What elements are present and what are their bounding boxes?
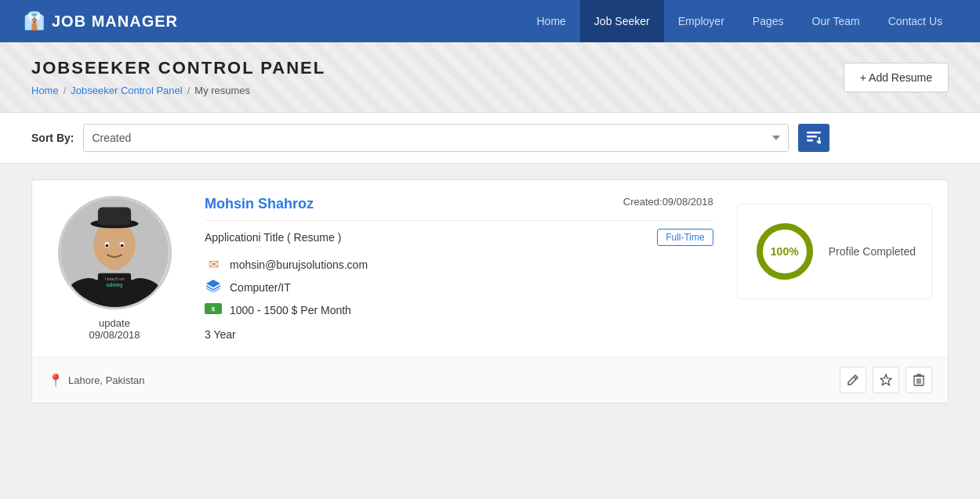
avatar-svg: I teach on udemy [60, 198, 169, 307]
breadcrumb-panel[interactable]: Jobseeker Control Panel [71, 85, 182, 96]
nav-links: Home Job Seeker Employer Pages Our Team … [523, 0, 957, 42]
breadcrumb-home[interactable]: Home [31, 85, 59, 96]
svg-text:I teach on: I teach on [104, 277, 124, 281]
category-row: Computer/IT [205, 280, 713, 295]
sort-select[interactable]: CreatedNameDateStatus [83, 124, 789, 152]
resume-card: I teach on udemy update 09/08/2018 [31, 179, 949, 403]
avatar-update-label: update [99, 317, 130, 329]
svg-text:udemy: udemy [106, 282, 123, 288]
resume-title-row: Applicationi Title ( Resume ) Full-Time [205, 220, 713, 246]
resume-created: Created:09/08/2018 [623, 196, 713, 208]
page-title: JOBSEEKER CONTROL PANEL [31, 58, 325, 78]
edit-icon [847, 374, 859, 386]
resume-name: Mohsin Shahroz [205, 196, 314, 212]
experience-row: 3 Year [205, 328, 713, 341]
resume-badge: Full-Time [657, 229, 713, 246]
breadcrumb-sep-1: / [64, 85, 67, 96]
sort-order-button[interactable] [798, 124, 829, 152]
progress-text: 100% [771, 245, 799, 258]
sort-icon [807, 132, 821, 144]
progress-circle: 100% [753, 220, 816, 283]
svg-rect-2 [807, 139, 813, 142]
avatar: I teach on udemy [58, 196, 172, 309]
nav-ourteam[interactable]: Our Team [798, 0, 874, 42]
resume-name-row: Mohsin Shahroz Created:09/08/2018 [205, 196, 713, 212]
star-button[interactable] [873, 367, 899, 393]
trash-icon [913, 374, 924, 386]
navbar: 👔 JOB MANAGER Home Job Seeker Employer P… [0, 0, 980, 42]
svg-rect-0 [807, 132, 821, 134]
sort-bar: Sort By: CreatedNameDateStatus [0, 113, 980, 164]
page-header: JOBSEEKER CONTROL PANEL Home / Jobseeker… [0, 42, 980, 113]
footer-location: 📍 Lahore, Pakistan [48, 373, 145, 388]
resume-card-footer: 📍 Lahore, Pakistan [32, 356, 948, 403]
resume-details: ✉ mohsin@burujsolutions.com Computer/IT [205, 257, 713, 341]
resume-title: Applicationi Title ( Resume ) [205, 231, 341, 244]
resume-salary: 1000 - 1500 $ Per Month [230, 304, 351, 316]
sort-label: Sort By: [31, 132, 74, 144]
svg-rect-10 [97, 208, 130, 226]
salary-row: $ 1000 - 1500 $ Per Month [205, 303, 713, 317]
location-pin-icon: 📍 [48, 373, 64, 388]
nav-jobseeker[interactable]: Job Seeker [580, 0, 664, 42]
profile-completed-label: Profile Completed [829, 245, 916, 258]
resume-experience: 3 Year [205, 328, 236, 341]
breadcrumb-current: My resumes [194, 85, 250, 96]
breadcrumb-sep-2: / [187, 85, 191, 96]
nav-contactus[interactable]: Contact Us [874, 0, 956, 42]
footer-actions [840, 367, 932, 393]
avatar-section: I teach on udemy update 09/08/2018 [48, 196, 181, 341]
money-icon: $ [205, 303, 222, 317]
svg-point-16 [105, 244, 108, 247]
star-icon [880, 374, 892, 386]
edit-button[interactable] [840, 367, 866, 393]
nav-pages[interactable]: Pages [739, 0, 798, 42]
nav-employer[interactable]: Employer [664, 0, 739, 42]
add-resume-button[interactable]: + Add Resume [844, 63, 949, 92]
svg-point-17 [120, 244, 123, 247]
resume-email: mohsin@burujsolutions.com [230, 259, 368, 271]
brand-name: JOB MANAGER [52, 13, 178, 31]
main-content: I teach on udemy update 09/08/2018 [0, 164, 980, 477]
nav-home[interactable]: Home [523, 0, 580, 42]
page-header-left: JOBSEEKER CONTROL PANEL Home / Jobseeker… [31, 58, 325, 96]
avatar-date: 09/08/2018 [89, 329, 140, 341]
resume-category: Computer/IT [230, 281, 291, 294]
email-row: ✉ mohsin@burujsolutions.com [205, 257, 713, 272]
svg-rect-1 [807, 136, 817, 138]
layers-icon [205, 280, 222, 295]
delete-button[interactable] [906, 367, 932, 393]
brand: 👔 JOB MANAGER [24, 11, 178, 31]
resume-info: Mohsin Shahroz Created:09/08/2018 Applic… [205, 196, 713, 341]
location-text: Lahore, Pakistan [68, 374, 145, 386]
svg-text:$: $ [212, 306, 216, 313]
breadcrumb: Home / Jobseeker Control Panel / My resu… [31, 85, 325, 96]
email-icon: ✉ [205, 257, 222, 272]
profile-completion: 100% Profile Completed [737, 204, 932, 299]
resume-card-body: I teach on udemy update 09/08/2018 [32, 180, 948, 356]
tie-icon: 👔 [24, 11, 45, 31]
